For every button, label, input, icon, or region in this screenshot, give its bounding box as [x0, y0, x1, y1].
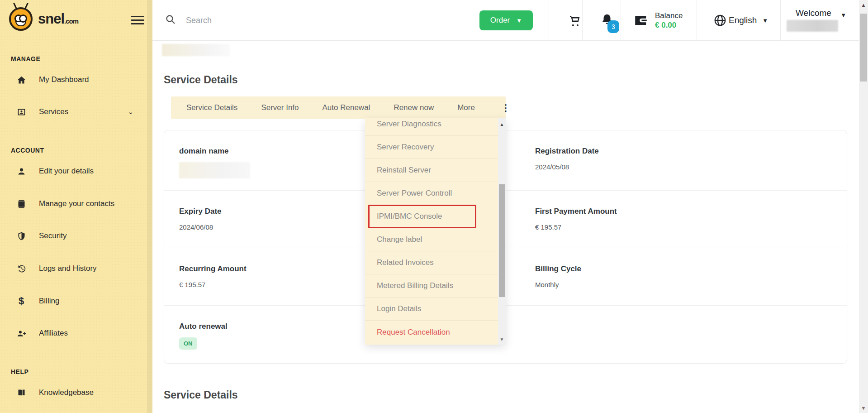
field-value: 2024/05/08: [535, 163, 847, 171]
menu-item-server-diagnostics[interactable]: Server Diagnostics: [365, 118, 506, 136]
chevron-down-icon: ▼: [840, 12, 846, 19]
sidebar-item-label: Knowledgebase: [39, 388, 94, 397]
divider: [549, 0, 549, 41]
search-input[interactable]: [186, 16, 376, 25]
scroll-down-icon[interactable]: ▼: [498, 337, 506, 342]
scroll-up-icon[interactable]: ▲: [498, 122, 506, 127]
language-label: English: [729, 15, 757, 25]
dropdown-scrollbar[interactable]: ▲ ▼: [498, 118, 506, 345]
tab-server-info[interactable]: Server Info: [261, 103, 299, 112]
field-registration-date: Registration Date 2024/05/08: [520, 130, 847, 190]
sidebar-item-my-dashboard[interactable]: My Dashboard: [0, 72, 152, 88]
scroll-down-icon[interactable]: ▼: [859, 405, 868, 411]
divider: [582, 0, 583, 41]
tab-more[interactable]: More: [457, 103, 475, 112]
divider: [621, 0, 621, 41]
sidebar-item-label: Logs and History: [39, 264, 97, 273]
page-title: Service Details: [164, 74, 238, 86]
menu-item-login-details[interactable]: Login Details: [365, 298, 506, 321]
sidebar-item-label: Services: [39, 107, 68, 116]
divider: [780, 0, 781, 41]
topbar: Order ▼ 3 Balance € 0.00 English ▼: [152, 0, 859, 41]
sidebar-item-manage-your-contacts[interactable]: Manage your contacts: [0, 196, 152, 212]
sidebar-item-services[interactable]: Services ⌄: [0, 104, 152, 120]
sidebar-item-billing[interactable]: $ Billing: [0, 293, 152, 309]
tab-auto-renewal[interactable]: Auto Renewal: [323, 103, 370, 112]
user-menu[interactable]: Welcome ▼: [786, 0, 859, 41]
dropdown-item-list: Server Diagnostics Server Recovery Reins…: [365, 118, 506, 344]
service-tabbar: Service Details Server Info Auto Renewal…: [171, 96, 506, 119]
field-label: Registration Date: [535, 147, 847, 156]
menu-item-change-label[interactable]: Change label: [365, 228, 506, 251]
sidebar-section-account: ACCOUNT: [0, 147, 44, 154]
chevron-down-icon: ⌄: [128, 108, 133, 116]
field-billing-cycle: Billing Cycle Monthly: [520, 248, 847, 305]
menu-item-reinstall-server[interactable]: Reinstall Server: [365, 159, 506, 182]
contacts-book-icon: [16, 199, 26, 209]
sidebar: snel.com MANAGE My Dashboard Services ⌄ …: [0, 0, 152, 413]
balance-widget[interactable]: Balance € 0.00: [633, 0, 683, 41]
redacted-domain-value: [179, 162, 250, 178]
field-label: Billing Cycle: [535, 264, 847, 274]
bee-logo-icon[interactable]: [9, 7, 33, 31]
menu-item-server-recovery[interactable]: Server Recovery: [365, 136, 506, 159]
order-button[interactable]: Order ▼: [479, 10, 533, 30]
home-icon: [16, 75, 26, 85]
brand-tld: .com: [64, 17, 78, 25]
sidebar-scroll-strip[interactable]: [147, 0, 152, 413]
sidebar-item-edit-your-details[interactable]: Edit your details: [0, 163, 152, 179]
page-title-secondary: Service Details: [164, 389, 238, 401]
search-bar: [165, 0, 376, 41]
scroll-up-icon[interactable]: ▲: [859, 2, 868, 8]
language-selector[interactable]: English ▼: [713, 0, 768, 41]
field-value: Monthly: [535, 281, 847, 288]
menu-item-ipmi-bmc-console[interactable]: IPMI/BMC Console: [365, 205, 506, 228]
field-label: First Payment Amount: [535, 207, 847, 216]
menu-item-label: IPMI/BMC Console: [377, 212, 442, 221]
sidebar-item-label: Security: [39, 231, 66, 240]
welcome-label: Welcome: [796, 8, 831, 18]
hamburger-menu-icon[interactable]: [131, 12, 144, 27]
sidebar-item-security[interactable]: Security: [0, 228, 152, 244]
menu-item-related-invoices[interactable]: Related Invoices: [365, 251, 506, 274]
dropdown-scrollbar-thumb[interactable]: [499, 184, 505, 297]
cart-icon: [568, 14, 581, 27]
notifications-button[interactable]: 3: [589, 0, 625, 41]
shield-icon: [16, 231, 26, 241]
sidebar-item-label: Edit your details: [39, 167, 94, 176]
sidebar-item-logs-and-history[interactable]: Logs and History: [0, 260, 152, 277]
services-card-icon: [16, 107, 26, 117]
person-add-icon: [16, 328, 26, 338]
order-button-label: Order: [490, 16, 510, 25]
globe-icon: [713, 14, 727, 27]
cart-button[interactable]: [557, 0, 592, 41]
sidebar-item-label: Billing: [39, 297, 59, 306]
chevron-down-icon: ▼: [762, 17, 768, 24]
sidebar-item-knowledgebase[interactable]: Knowledgebase: [0, 384, 152, 401]
sidebar-item-label: Affiliates: [39, 329, 68, 338]
main-content: Service Details Service Details Server I…: [152, 41, 859, 413]
kebab-menu-icon[interactable]: ⋮: [501, 102, 510, 113]
sidebar-section-help: HELP: [0, 368, 28, 375]
redacted-username: [787, 20, 838, 32]
app-window: snel.com MANAGE My Dashboard Services ⌄ …: [0, 0, 868, 413]
field-value: € 195.57: [535, 223, 847, 231]
menu-item-metered-billing-details[interactable]: Metered Billing Details: [365, 274, 506, 298]
wallet-icon: [633, 13, 649, 28]
tab-renew-now[interactable]: Renew now: [394, 103, 434, 112]
brand-name[interactable]: snel.com: [38, 11, 78, 27]
balance-label: Balance: [655, 11, 683, 20]
menu-item-request-cancellation[interactable]: Request Cancellation: [365, 321, 506, 344]
auto-renewal-on-badge: ON: [179, 337, 197, 350]
sidebar-item-label: My Dashboard: [39, 75, 89, 84]
balance-value: € 0.00: [655, 20, 683, 30]
history-icon: [16, 264, 26, 274]
field-first-payment-amount: First Payment Amount € 195.57: [520, 191, 847, 248]
menu-item-server-power-controll[interactable]: Server Power Controll: [365, 182, 506, 205]
search-icon[interactable]: [165, 14, 176, 27]
tab-service-details[interactable]: Service Details: [186, 103, 237, 112]
sidebar-item-affiliates[interactable]: Affiliates: [0, 325, 152, 341]
page-scrollbar[interactable]: ▲ ▼: [859, 0, 868, 413]
more-dropdown-menu: Server Diagnostics Server Recovery Reins…: [365, 118, 506, 345]
page-scrollbar-thumb[interactable]: [860, 14, 867, 82]
